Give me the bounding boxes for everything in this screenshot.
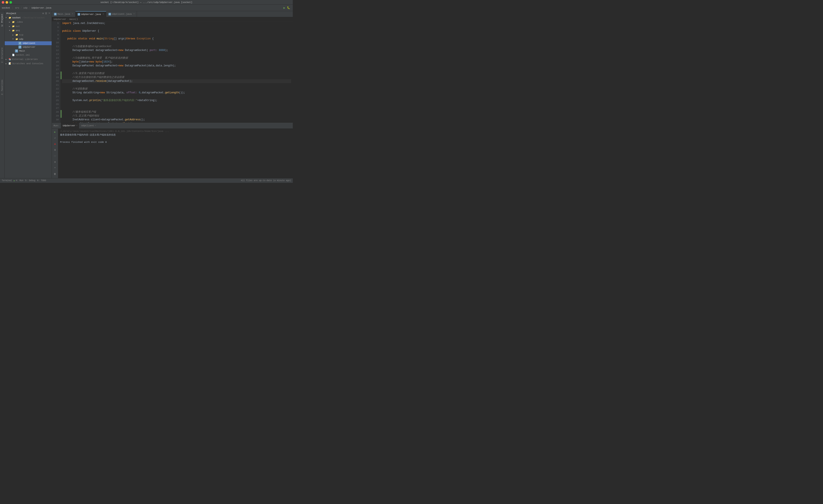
tab-main[interactable]: J Main.java × [52, 11, 75, 17]
debug-btn-status[interactable]: 5: Debug [25, 180, 35, 182]
code-line-31: int clientPort=datagramPacket.getPort(); [62, 121, 291, 122]
code-line-15: byte[]data=new byte[1024]; [62, 60, 291, 64]
bottom-panel: Run: UdpServer × UdpClient × ▶ ↺ [52, 122, 293, 178]
bottom-tab-udpserver[interactable]: UdpServer × [61, 123, 79, 129]
code-line-8 [62, 33, 291, 37]
bottom-tab-udpclient[interactable]: UdpClient × [79, 123, 98, 129]
console-line-3 [60, 137, 291, 141]
debug-icon[interactable]: 🐛 [287, 6, 290, 9]
main-toolbar: socket | src / udp / UdpServer.java ▶ 🐛 [0, 5, 293, 11]
trash-btn[interactable]: 🗑 [53, 172, 57, 176]
console-line-1: /Library/Java/JavaVirtualMachines/jdk1.8… [60, 130, 291, 133]
status-left: Terminal ▶ 4: Run 5: Debug 6: TODO [2, 180, 46, 182]
scroll-btn[interactable]: ↓↓ [53, 154, 57, 158]
window-title: socket [~/Desktop/4/socket] — .../src/ud… [100, 1, 192, 4]
code-line-28: //服务端相应客户端 [62, 110, 291, 114]
code-line-26 [62, 102, 291, 106]
tab-icon-main: J [54, 13, 56, 15]
close-udpserver-tab[interactable]: × [76, 124, 77, 127]
todo-btn-status[interactable]: 6: TODO [37, 180, 46, 182]
minimize-button[interactable] [6, 1, 8, 4]
code-line-25: System.out.println("服务器接收到客户端的内容:"+dataS… [62, 98, 291, 102]
sidebar-layout-icon[interactable]: ☰ [45, 12, 47, 15]
code-editor: 5 6 7 8 9 10 11 12 13 14 15 16 17 18 19 … [52, 21, 293, 122]
code-line-14: //2创建数据包,用于接受 客户端的发送的数据 [62, 56, 291, 60]
editor-area: J Main.java × J UdpServer.java × J UdpCl… [52, 11, 293, 178]
tree-item-extlibs[interactable]: ▶ 📚 External Libraries [5, 57, 52, 61]
tree-item-socketiml[interactable]: 📄 socket.iml [5, 53, 52, 57]
sidebar-settings-icon[interactable]: ⚙ [42, 12, 44, 15]
toolbar-file: UdpServer.java [31, 7, 51, 9]
sidebar-close-icon[interactable]: × [48, 12, 50, 15]
code-line-23: String dataString=new String(data, offse… [62, 91, 291, 95]
tree-item-main[interactable]: J Main [5, 49, 52, 53]
code-line-5: import java.net.InetAddress; [62, 21, 291, 25]
code-line-7: ▶ public class UdpServer { [62, 29, 291, 33]
tree-item-idea[interactable]: ▶ 📁 .idea [5, 20, 52, 24]
console-content: ▶ ↺ ◼ ⏸ ↓↓ ⚙ ≡ 🗑 /Library/Java/JavaVirtu… [52, 129, 293, 178]
tab-icon-udpclient: J [109, 13, 111, 15]
code-line-9: ▶ public static void main(String[] args)… [62, 37, 291, 41]
code-line-12: DatagramSocket datagramSocket=new Datagr… [62, 48, 291, 52]
status-right: All files are up-to-date (a minute ago) [241, 180, 291, 182]
console-output: /Library/Java/JavaVirtualMachines/jdk1.8… [58, 129, 293, 178]
status-bar: Terminal ▶ 4: Run 5: Debug 6: TODO All f… [0, 178, 293, 183]
toolbar-src: src [15, 7, 19, 9]
tab-udpserver[interactable]: J UdpServer.java × [75, 11, 106, 17]
code-line-30: InetAddress client=datagramPacket.getAdd… [62, 118, 291, 121]
tree-item-udp[interactable]: ▼ 📁 udp [5, 37, 52, 41]
code-line-27 [62, 106, 291, 110]
code-line-6 [62, 25, 291, 29]
console-line-2: 服务器接收到客户端的内容:这是从客户端发送的信息 [60, 133, 291, 137]
settings-console-btn[interactable]: ⚙ [53, 160, 57, 164]
run-btn-status[interactable]: ▶ 4: Run [14, 180, 23, 182]
line-numbers: 5 6 7 8 9 10 11 12 13 14 15 16 17 18 19 … [52, 21, 60, 122]
sidebar-header: Project ⚙ ☰ × [5, 11, 52, 16]
toolbar-udp: udp [23, 7, 28, 9]
tab-icon-udpserver: J [77, 13, 80, 16]
sidebar-title: Project [6, 12, 16, 15]
code-line-24 [62, 95, 291, 98]
tab-close-udpserver[interactable]: × [103, 13, 104, 15]
code-line-17 [62, 68, 291, 71]
code-line-13 [62, 52, 291, 56]
code-line-29: //1.定义客户端的地址 [62, 114, 291, 118]
vtab-favorites[interactable]: 2: Favorites [1, 78, 4, 97]
pause-btn[interactable]: ⏸ [53, 148, 57, 152]
tree-item-socket[interactable]: ▼ 📁 socket ~/Desktop/4/socket [5, 16, 52, 20]
left-vtabs: 1: Project 2: Structure 2: Favorites [0, 11, 5, 178]
tree-item-scratches[interactable]: ▶ 📝 Scratches and Consoles [5, 61, 52, 66]
close-udpclient-tab[interactable]: × [95, 124, 96, 127]
code-line-16: DatagramPacket datagramPacket=new Datagr… [62, 64, 291, 68]
stop-btn[interactable]: ◼ [53, 142, 57, 146]
tree-item-src[interactable]: ▼ 📁 src [5, 28, 52, 33]
tab-close-main[interactable]: × [72, 13, 73, 15]
tree-item-tcp[interactable]: ▶ 📁 tcp [5, 33, 52, 37]
breadcrumb-bar: UdpServer › main() [52, 17, 293, 21]
rerun-btn[interactable]: ↺ [53, 136, 57, 140]
code-content: import java.net.InetAddress; ▶ public cl… [60, 21, 293, 122]
maximize-button[interactable] [9, 1, 12, 4]
tree-item-out[interactable]: ▶ 📁 out [5, 24, 52, 28]
toolbar-project-label: socket [2, 7, 10, 9]
bc-main: main() [69, 18, 78, 21]
terminal-btn[interactable]: Terminal [2, 180, 12, 182]
code-line-19: //此方法在接收到客户端的数据包之前会阻塞 [62, 75, 291, 79]
vtab-project[interactable]: 1: Project [1, 12, 4, 28]
tree-item-udpserver[interactable]: J UdpServer [5, 45, 52, 49]
run-icon[interactable]: ▶ [284, 6, 285, 10]
run-console-btn[interactable]: ▶ [53, 130, 57, 134]
fold-btn[interactable]: ≡ [53, 166, 57, 170]
console-sidebar: ▶ ↺ ◼ ⏸ ↓↓ ⚙ ≡ 🗑 [52, 129, 58, 178]
bc-udpserver: UdpServer [53, 18, 66, 21]
tab-close-udpclient[interactable]: × [133, 13, 135, 15]
code-line-21 [62, 83, 291, 87]
tab-udpclient[interactable]: J UdpClient.java × [106, 11, 137, 17]
tree-item-udpclient[interactable]: J UdpClient [5, 41, 52, 45]
vtab-structure[interactable]: 2: Structure [1, 46, 4, 65]
status-message: All files are up-to-date (a minute ago) [241, 180, 291, 182]
close-button[interactable] [2, 1, 4, 4]
title-bar: socket [~/Desktop/4/socket] — .../src/ud… [0, 0, 293, 5]
run-label: Run: [53, 124, 59, 127]
window-controls[interactable] [2, 1, 12, 4]
